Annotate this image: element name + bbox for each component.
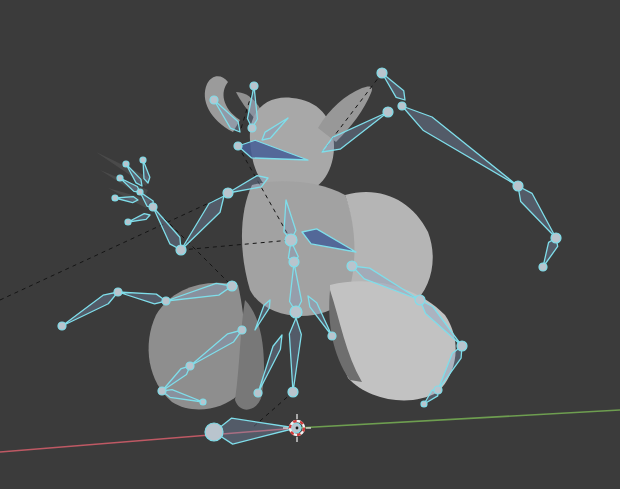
- bone[interactable]: [255, 300, 270, 330]
- bone-joint[interactable]: [158, 387, 166, 395]
- bone[interactable]: [289, 318, 301, 392]
- 3d-cursor: [283, 414, 311, 442]
- bone-joint[interactable]: [223, 188, 233, 198]
- bone-joint[interactable]: [328, 332, 336, 340]
- bone[interactable]: [402, 106, 518, 186]
- bone-joint[interactable]: [238, 326, 246, 334]
- bone-joint[interactable]: [248, 124, 256, 132]
- bone-joint[interactable]: [112, 195, 118, 201]
- bone-joint[interactable]: [415, 295, 425, 305]
- bone-joint[interactable]: [285, 234, 297, 246]
- bone-joint[interactable]: [290, 306, 302, 318]
- bone[interactable]: [181, 196, 224, 250]
- bone-joint[interactable]: [513, 181, 523, 191]
- viewport-3d[interactable]: [0, 0, 620, 489]
- bone-joint[interactable]: [421, 401, 427, 407]
- bone[interactable]: [518, 186, 556, 238]
- bone-joint[interactable]: [250, 82, 258, 90]
- bone[interactable]: [62, 292, 118, 326]
- bone-joint[interactable]: [347, 261, 357, 271]
- bone-joint[interactable]: [176, 245, 186, 255]
- bone-joint[interactable]: [457, 341, 467, 351]
- bone-joint[interactable]: [149, 203, 157, 211]
- axis-y-line: [297, 410, 620, 428]
- bone[interactable]: [153, 207, 181, 250]
- bone-joint[interactable]: [123, 161, 129, 167]
- bone-joint[interactable]: [205, 423, 223, 441]
- bone-joint[interactable]: [200, 399, 206, 405]
- bone[interactable]: [214, 418, 296, 444]
- bone[interactable]: [118, 292, 166, 304]
- bone-joint[interactable]: [210, 96, 218, 104]
- bone-joint[interactable]: [227, 281, 237, 291]
- bone-joint[interactable]: [254, 389, 262, 397]
- bone-joint[interactable]: [114, 288, 122, 296]
- bone-joint[interactable]: [551, 233, 561, 243]
- bone-joint[interactable]: [377, 68, 387, 78]
- bone-joint[interactable]: [117, 175, 123, 181]
- bone-joint[interactable]: [398, 102, 406, 110]
- bone-joint[interactable]: [289, 257, 299, 267]
- bone-joint[interactable]: [186, 362, 194, 370]
- parent-relation-line: [0, 196, 224, 300]
- bone-joint[interactable]: [58, 322, 66, 330]
- bone-joint[interactable]: [162, 297, 170, 305]
- bone-joint[interactable]: [288, 387, 298, 397]
- bone-joint[interactable]: [137, 189, 143, 195]
- floor-axes: [0, 410, 620, 452]
- bone-joint[interactable]: [539, 263, 547, 271]
- bone-joint[interactable]: [383, 107, 393, 117]
- cursor-center-dot: [296, 427, 299, 430]
- mesh-fin-right[interactable]: [330, 281, 456, 400]
- viewport-canvas[interactable]: [0, 0, 620, 489]
- bone-joint[interactable]: [125, 219, 131, 225]
- bone-joint[interactable]: [434, 386, 442, 394]
- bone-joint[interactable]: [234, 142, 242, 150]
- parent-relation-line: [153, 207, 232, 286]
- bone-joint[interactable]: [140, 157, 146, 163]
